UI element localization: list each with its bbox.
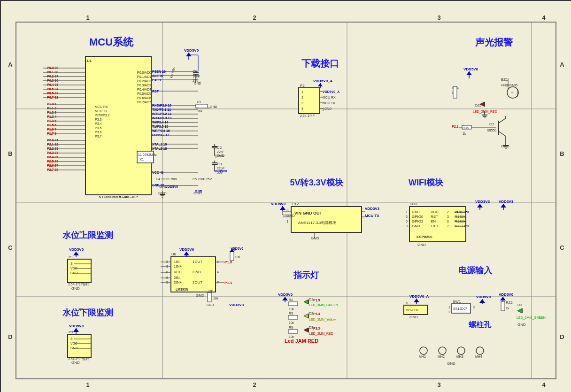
svg-rect-377 [501,301,505,311]
svg-text:BZ1: BZ1 [501,77,508,82]
svg-text:GND: GND [159,184,168,189]
svg-text:P0.7/AD7: P0.7/AD7 [137,100,151,104]
svg-text:Led JAM RED: Led JAM RED [285,338,318,344]
svg-text:D9: D9 [517,303,522,307]
svg-text:1IN-: 1IN- [174,260,181,264]
svg-text:1: 1 [286,219,289,223]
svg-text:GND: GND [71,286,80,291]
svg-text:GND: GND [193,270,201,274]
svg-text:VDD5V0: VDD5V0 [69,324,84,328]
svg-text:3: 3 [286,208,289,212]
svg-text:U8: U8 [171,252,177,256]
svg-text:S8550: S8550 [487,129,496,132]
svg-text:电源输入: 电源输入 [458,266,493,275]
svg-text:水位上限监测: 水位上限监测 [62,231,113,240]
svg-text:2IN+: 2IN+ [174,280,182,284]
svg-text:U13: U13 [410,202,417,206]
svg-text:D3: D3 [309,326,313,329]
svg-text:P0.3/AD3: P0.3/AD3 [137,84,151,87]
svg-text:3: 3 [473,306,475,309]
svg-text:P3.4: P3.4 [313,312,320,315]
svg-text:VCC: VCC [174,270,182,274]
svg-text:10k: 10k [235,255,240,259]
svg-text:GPIO2: GPIO2 [412,219,424,223]
svg-text:6: 6 [406,220,408,223]
svg-text:B: B [8,150,12,157]
svg-text:P1.5: P1.5 [313,299,320,302]
svg-text:D1: D1 [309,298,313,301]
svg-text:GND: GND [447,361,455,366]
svg-text:指示灯: 指示灯 [293,270,319,280]
svg-text:MH4: MH4 [475,355,482,358]
svg-text:LED_3MM_Yellow: LED_3MM_Yellow [309,318,336,322]
svg-text:+: + [511,90,513,95]
svg-text:EN: EN [431,219,436,223]
svg-text:MH3: MH3 [456,355,463,358]
svg-text:P0.6/AD6: P0.6/AD6 [137,96,151,100]
svg-text:1: 1 [448,306,450,309]
svg-text:2: 2 [301,96,303,99]
svg-text:P3.7: P3.7 [95,135,102,138]
svg-text:P0.5/AD5: P0.5/AD5 [137,92,151,95]
svg-text:7: 7 [447,224,449,228]
svg-text:R9: R9 [289,326,293,329]
svg-text:2: 2 [253,381,256,388]
svg-text:VDD5V0_A: VDD5V0_A [313,79,333,83]
svg-text:B: B [560,150,564,157]
svg-text:R3: R3 [289,312,293,315]
svg-text:GND: GND [417,243,426,247]
svg-text:VDD5V0: VDD5V0 [278,292,293,297]
svg-text:MCU TX: MCU TX [365,214,379,218]
svg-text:SW1: SW1 [453,300,461,304]
svg-text:R1: R1 [197,100,201,104]
svg-text:C: C [560,244,564,251]
svg-text:MH1: MH1 [419,355,426,358]
svg-text:VDD5V0: VDD5V0 [499,292,514,297]
svg-text:LED_3MM_RED: LED_3MM_RED [473,110,497,114]
svg-text:U1: U1 [87,59,92,63]
svg-text:A: A [8,61,13,68]
svg-text:10k: 10k [197,109,203,113]
svg-text:VDD5V0: VDD5V0 [179,247,194,252]
svg-text:MCU RX: MCU RX [323,96,336,99]
svg-text:P0.1/AD1: P0.1/AD1 [137,75,151,78]
svg-text:10k: 10k [289,307,294,311]
svg-text:MCU RX: MCU RX [95,105,108,108]
svg-text:3: 3 [301,101,303,105]
svg-text:P3.6: P3.6 [95,131,102,134]
svg-rect-336 [288,302,298,306]
svg-text:1: 1 [86,14,89,21]
svg-text:||GND: ||GND [215,154,224,158]
svg-text:R7: R7 [78,307,84,312]
svg-text:AMS1117-3.3电源模块: AMS1117-3.3电源模块 [298,221,336,225]
svg-text:11.0592MHz: 11.0592MHz [138,153,157,156]
svg-text:TXD: TXD [431,224,438,228]
svg-text:LM393N: LM393N [176,288,188,291]
svg-text:1k: 1k [463,132,466,135]
svg-text:GND: GND [71,361,80,365]
svg-text:10k: 10k [289,321,294,324]
svg-text:GND: GND [193,191,202,195]
svg-text:RXD: RXD [412,210,420,214]
svg-text:2: 2 [448,310,450,314]
svg-text:10nF: 10nF [193,75,200,78]
svg-text:GND: GND [210,105,217,108]
svg-text:C3: C3 [217,162,222,166]
svg-text:VDD3V3: VDD3V3 [499,200,514,204]
svg-text:GND: GND [194,82,201,85]
svg-text:C: C [8,244,13,251]
svg-text:6: 6 [447,220,449,223]
svg-rect-200 [453,86,457,98]
svg-text:VDD3V3: VDD3V3 [475,200,490,204]
svg-text:VDD5V0: VDD5V0 [214,169,227,173]
svg-text:LED_3MM_GREEN: LED_3MM_GREEN [517,316,546,320]
svg-text:GND: GND [196,293,204,298]
svg-rect-344 [288,315,298,319]
svg-text:2IN-: 2IN- [174,276,181,280]
svg-text:1OUT: 1OUT [193,260,202,264]
svg-text:2.54-1*3P排针: 2.54-1*3P排针 [68,283,89,286]
svg-rect-300 [230,251,234,261]
svg-text:LED_3MM_RED: LED_3MM_RED [309,332,333,336]
svg-text:4: 4 [542,14,546,21]
svg-text:1IN+: 1IN+ [174,264,182,269]
